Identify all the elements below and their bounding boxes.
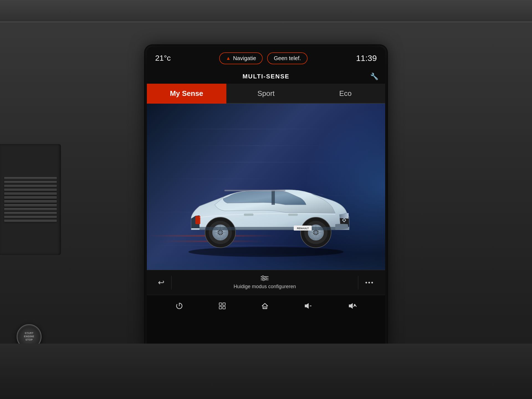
action-divider-left xyxy=(171,276,172,290)
svg-rect-35 xyxy=(219,306,222,309)
configure-label: Huidige modus configureren xyxy=(234,284,296,290)
action-bar: ↩ Huidige modus configureren xyxy=(147,270,385,295)
vent-slat xyxy=(4,212,57,214)
temperature-display: 21°c xyxy=(155,54,171,63)
back-button[interactable]: ↩ xyxy=(152,278,170,287)
car-image: RENAULT xyxy=(169,165,363,262)
vent-slat xyxy=(4,189,57,191)
title-bar: MULTI-SENSE 🔧 xyxy=(147,69,385,84)
vent-left xyxy=(0,144,61,255)
svg-rect-20 xyxy=(244,214,254,216)
svg-rect-21 xyxy=(288,214,298,216)
tab-my-sense[interactable]: My Sense xyxy=(147,84,226,104)
back-icon: ↩ xyxy=(158,278,164,287)
vent-slat xyxy=(4,200,57,203)
clock-display: 11:39 xyxy=(356,53,377,63)
svg-rect-36 xyxy=(223,306,225,309)
bezel-bottom xyxy=(0,344,532,399)
action-divider-right xyxy=(358,276,358,290)
svg-marker-40 xyxy=(349,303,353,309)
svg-rect-34 xyxy=(223,303,225,305)
volume-down-button[interactable] xyxy=(299,300,317,314)
system-bar xyxy=(147,295,385,318)
vent-slat xyxy=(4,193,57,195)
ground-reflection xyxy=(147,253,385,270)
svg-point-28 xyxy=(262,276,264,277)
configure-button[interactable]: Huidige modus configureren xyxy=(173,275,357,290)
svg-rect-1 xyxy=(272,190,275,205)
more-icon: ••• xyxy=(365,279,374,286)
vent-slat xyxy=(4,196,57,199)
svg-point-30 xyxy=(263,279,264,281)
dashboard-background: STARTENGINESTOP 21°c ▲ Navigatie Geen te… xyxy=(0,0,532,399)
svg-rect-22 xyxy=(224,190,285,191)
svg-text:RENAULT: RENAULT xyxy=(297,227,309,230)
vent-slat xyxy=(4,220,57,222)
infotainment-screen: 21°c ▲ Navigatie Geen telef. 11:39 MULTI… xyxy=(147,47,385,352)
top-buttons: ▲ Navigatie Geen telef. xyxy=(219,52,308,64)
vent-slat xyxy=(4,204,57,206)
navigation-label: Navigatie xyxy=(233,55,256,62)
more-button[interactable]: ••• xyxy=(360,279,380,286)
mode-tabs: My Sense Sport Eco xyxy=(147,84,385,104)
top-bar: 21°c ▲ Navigatie Geen telef. 11:39 xyxy=(147,47,385,69)
tab-my-sense-label: My Sense xyxy=(170,89,203,98)
tab-sport-label: Sport xyxy=(257,89,275,98)
grid-button[interactable] xyxy=(214,300,231,314)
home-button[interactable] xyxy=(257,300,273,314)
vent-slat xyxy=(4,208,57,210)
settings-icon[interactable]: 🔧 xyxy=(370,73,378,80)
configure-sliders-icon xyxy=(261,275,268,283)
vent-slat xyxy=(4,216,57,218)
svg-rect-33 xyxy=(219,303,222,305)
navigation-icon: ▲ xyxy=(226,55,231,61)
vent-slat xyxy=(4,185,57,187)
phone-button[interactable]: Geen telef. xyxy=(267,52,308,64)
power-button[interactable] xyxy=(171,300,188,314)
svg-point-29 xyxy=(265,277,267,279)
vent-slat xyxy=(4,177,57,179)
vent-slat xyxy=(4,181,57,183)
bezel-top xyxy=(0,0,532,22)
screen-title: MULTI-SENSE xyxy=(242,73,289,80)
tab-sport[interactable]: Sport xyxy=(226,84,306,104)
navigation-button[interactable]: ▲ Navigatie xyxy=(219,52,263,64)
volume-up-button[interactable] xyxy=(343,300,361,314)
phone-label: Geen telef. xyxy=(274,55,301,62)
svg-marker-38 xyxy=(305,303,309,309)
start-button-label: STARTENGINESTOP xyxy=(24,332,34,341)
car-image-area: RENAULT xyxy=(147,104,385,270)
tab-eco-label: Eco xyxy=(339,89,352,98)
tab-eco[interactable]: Eco xyxy=(306,84,385,104)
